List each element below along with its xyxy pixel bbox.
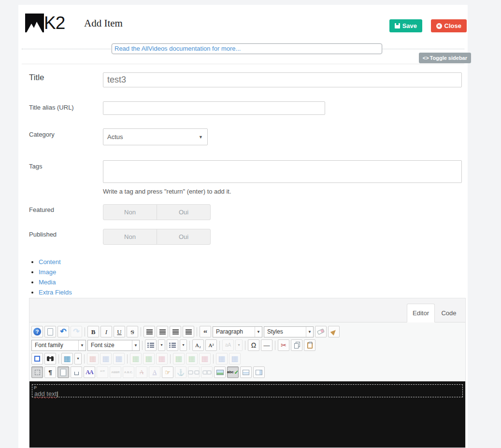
featured-non-button[interactable]: Non [103, 204, 157, 220]
save-button[interactable]: Save [389, 19, 422, 32]
undo-icon: ↶ [60, 328, 66, 336]
tab-code[interactable]: Code [435, 304, 463, 322]
numbered-list-menu-button[interactable]: ▾ [158, 339, 165, 351]
spellcheck-icon-button[interactable]: abc [227, 366, 239, 378]
paste-icon-button[interactable] [304, 339, 315, 351]
unlink-icon-button [188, 366, 200, 378]
superscript-icon: A² [208, 343, 214, 348]
case-change-menu-button: ▾ [235, 339, 243, 351]
content-link[interactable]: Content [39, 258, 61, 266]
find-replace-icon-button[interactable] [44, 353, 56, 364]
toolbar-separator [170, 354, 171, 364]
preview-icon-button[interactable] [57, 366, 69, 378]
numbered-list-icon-button[interactable] [145, 339, 157, 351]
justify-full-icon-button[interactable] [143, 326, 155, 337]
strikethrough-icon: S [130, 329, 134, 335]
allvideos-doc-link[interactable]: Read the AllVideos documentation for mor… [115, 45, 241, 52]
insertion-icon: A [153, 369, 157, 375]
cite-icon: “” [100, 370, 105, 375]
styles-select[interactable]: Styles▼ [264, 326, 314, 337]
chevron-down-icon: ▼ [306, 327, 313, 337]
attributes-icon-button[interactable]: ☞ [162, 366, 173, 378]
image-link[interactable]: Image [39, 268, 56, 276]
copy-icon-button[interactable] [291, 339, 302, 351]
justify-center-icon-button[interactable] [157, 326, 168, 337]
close-button[interactable]: ✕ Close [431, 19, 467, 32]
category-select[interactable]: Actus ▼ [103, 128, 208, 145]
italic-icon-button[interactable]: I [100, 326, 112, 337]
new-document-icon-button[interactable] [44, 326, 56, 337]
preview-icon [60, 369, 66, 376]
delete-column-icon-button: ▦ [199, 353, 211, 364]
bold-icon-button[interactable]: B [87, 326, 99, 337]
featured-label: Featured [29, 206, 54, 213]
featured-oui-button[interactable]: Oui [157, 204, 211, 220]
template-icon-button[interactable] [253, 366, 265, 378]
case-change-icon-button: aA [222, 339, 234, 351]
extra-fields-link[interactable]: Extra Fields [39, 289, 72, 296]
nonbreaking-space-icon-button[interactable] [71, 366, 82, 378]
bullet-list-menu-button[interactable]: ▾ [180, 339, 187, 351]
insert-table-icon-button[interactable]: ▦ [61, 353, 73, 364]
undo-icon-button[interactable]: ↶ [57, 326, 69, 337]
alias-input[interactable] [103, 101, 325, 115]
font-size-select[interactable]: Font size▼ [87, 340, 140, 351]
cleanup-icon-button[interactable] [328, 326, 340, 337]
justify-left-icon-button[interactable] [170, 326, 181, 337]
page-break-icon [243, 370, 249, 375]
help-icon-button[interactable]: ? [31, 326, 43, 337]
link-icon-button [201, 366, 213, 378]
remove-format-icon [317, 328, 325, 335]
published-oui-button[interactable]: Oui [157, 229, 211, 245]
published-non-button[interactable]: Non [103, 229, 157, 245]
editor-canvas[interactable]: P add text| [29, 381, 465, 448]
horizontal-rule-icon-button[interactable]: — [261, 339, 272, 351]
special-character-icon-button[interactable]: Ω [248, 339, 259, 351]
insert-row-before-icon: ▦ [132, 355, 139, 363]
toggle-sidebar-label: Toggle sidebar [430, 55, 467, 61]
visual-aid-icon-button[interactable] [31, 366, 43, 378]
underline-icon-button[interactable]: U [114, 326, 125, 337]
table-menu-button[interactable]: ▾ [74, 353, 82, 364]
toolbar-separator [85, 327, 85, 336]
format-select-value: Paragraph [213, 328, 255, 335]
media-link[interactable]: Media [39, 279, 56, 286]
font-size-select-value: Font size [88, 342, 132, 349]
show-blocks-icon-button[interactable]: ¶ [44, 366, 56, 378]
main-card: K2 Add Item Save ✕ Close Read the AllVid… [18, 5, 468, 448]
title-input[interactable] [103, 72, 462, 87]
font-family-select[interactable]: Font family▼ [31, 340, 86, 351]
toolbar-separator [127, 354, 128, 364]
cut-icon-button[interactable]: ✂ [278, 339, 289, 351]
page-break-icon-button[interactable] [240, 366, 252, 378]
toggle-sidebar-button[interactable]: <> Toggle sidebar [419, 53, 471, 63]
strikethrough-icon-button[interactable]: S [127, 326, 138, 337]
tab-editor[interactable]: Editor [407, 304, 435, 322]
format-select[interactable]: Paragraph▼ [213, 326, 262, 337]
row-properties-icon-button: ▦ [100, 353, 112, 364]
justify-left-icon [172, 329, 179, 335]
bullet-list-icon-button[interactable] [167, 339, 178, 351]
superscript-icon-button[interactable]: A² [205, 339, 217, 351]
blockquote-icon-button[interactable]: “ [200, 326, 211, 337]
subscript-icon-button[interactable]: A₂ [192, 339, 204, 351]
remove-format-icon-button[interactable] [315, 326, 327, 337]
code-brackets-icon: <> [423, 55, 429, 61]
fullscreen-icon-button[interactable] [31, 353, 43, 364]
image-icon-button[interactable] [214, 366, 226, 378]
merge-cells-icon: ▦ [231, 355, 238, 363]
find-replace-icon [47, 356, 54, 361]
split-cells-icon: ▦ [218, 355, 225, 363]
copy-icon [294, 343, 299, 349]
cut-icon: ✂ [281, 342, 286, 349]
style-properties-icon-button[interactable]: AA [84, 366, 95, 378]
toolbar-separator [219, 341, 220, 350]
insert-row-after-icon: ▦ [145, 355, 152, 363]
help-icon: ? [33, 328, 41, 336]
block-tag-label: P [34, 385, 37, 390]
justify-right-icon-button[interactable] [183, 326, 194, 337]
abbreviation-icon-button: ABBR [110, 366, 121, 378]
numbered-list-menu: ▾ [160, 343, 162, 347]
cleanup-icon [330, 328, 338, 336]
tags-input[interactable] [103, 160, 462, 183]
